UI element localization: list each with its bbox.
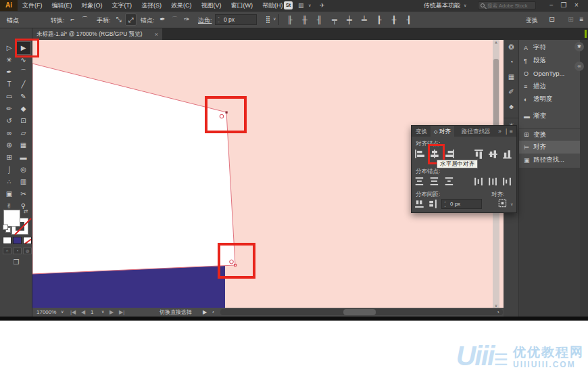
- none-button[interactable]: [23, 237, 32, 244]
- type-tool[interactable]: T: [2, 78, 16, 91]
- draw-normal-icon[interactable]: ○: [3, 248, 11, 254]
- scale-tool[interactable]: ⊡: [16, 115, 30, 127]
- flyout-item-1[interactable]: ¶ 段落: [519, 54, 580, 67]
- zoom-level[interactable]: 17000%: [36, 308, 56, 317]
- grid-icon[interactable]: ⊞: [565, 14, 577, 26]
- symbol-sprayer-tool[interactable]: ∴: [2, 176, 16, 188]
- color-button[interactable]: [3, 237, 11, 244]
- align-bottom-button[interactable]: [502, 149, 513, 159]
- align-top-button[interactable]: [474, 149, 485, 159]
- menu-item-4[interactable]: 选择(S): [137, 0, 166, 11]
- restore-button[interactable]: ❐: [558, 0, 569, 11]
- align-right-icon[interactable]: ╢: [312, 14, 327, 26]
- stepper-arrows-icon[interactable]: ⌃⌄: [216, 17, 222, 22]
- align-right-button[interactable]: [444, 149, 455, 159]
- chevron-down-icon[interactable]: ∨: [273, 16, 276, 21]
- corner-link[interactable]: 边角:: [198, 16, 212, 25]
- menu-item-1[interactable]: 编辑(E): [47, 0, 77, 11]
- flyout-item-0[interactable]: A 字符: [519, 41, 580, 54]
- align-h-center-icon[interactable]: ╫: [297, 14, 312, 26]
- arrange-documents-icon[interactable]: ▥: [298, 0, 304, 11]
- scroll-up-icon[interactable]: ∧: [493, 40, 499, 45]
- hide-handles-icon[interactable]: ⤢: [125, 14, 137, 26]
- vertical-distribute-center-button[interactable]: [429, 177, 440, 187]
- slice-tool[interactable]: ✂: [16, 188, 30, 200]
- search-input[interactable]: [487, 3, 535, 9]
- eyedropper-tool[interactable]: ⌡: [2, 164, 16, 176]
- flyout-item-6[interactable]: ⊞ 变换: [519, 128, 580, 141]
- remove-anchor-icon[interactable]: ✑: [181, 14, 193, 26]
- menu-item-3[interactable]: 文字(T): [107, 0, 137, 11]
- menu-item-6[interactable]: 视图(V): [197, 0, 226, 11]
- horizontal-scrollbar[interactable]: [220, 309, 503, 315]
- tab-pathfinder[interactable]: 路径查找器: [462, 126, 491, 137]
- scroll-down-icon[interactable]: ∨: [493, 303, 499, 308]
- default-swatch-front[interactable]: [3, 225, 8, 230]
- free-transform-tool[interactable]: ▱: [16, 127, 30, 139]
- perspective-grid-tool[interactable]: ▦: [16, 139, 30, 152]
- symbols-panel-icon[interactable]: ♣: [504, 99, 519, 114]
- mesh-tool[interactable]: ⊞: [2, 152, 16, 164]
- paintbrush-tool[interactable]: ✎: [16, 91, 30, 103]
- collapse-panel-icon[interactable]: »: [498, 126, 501, 137]
- brushes-panel-icon[interactable]: ✐: [504, 85, 519, 99]
- selection-tool[interactable]: ▷: [2, 42, 16, 54]
- width-tool[interactable]: ∞: [2, 127, 16, 139]
- align-left-icon[interactable]: ╟: [283, 14, 297, 26]
- flyout-item-3[interactable]: ≡ 描边: [519, 80, 580, 93]
- align-left-button[interactable]: [414, 149, 425, 159]
- shape-builder-tool[interactable]: ⊕: [2, 139, 16, 152]
- connect-anchors-icon[interactable]: ✒: [157, 14, 168, 26]
- select-similar-icon[interactable]: ⣿: [262, 14, 274, 26]
- distribute-right-icon[interactable]: ┨: [401, 14, 416, 26]
- menu-item-7[interactable]: 窗口(W): [226, 0, 258, 11]
- draw-inside-icon[interactable]: ◎: [23, 248, 32, 254]
- menu-item-5[interactable]: 效果(C): [166, 0, 197, 11]
- tab-align[interactable]: ◇ 对齐: [431, 126, 454, 137]
- adobe-stock-icon[interactable]: St: [284, 1, 293, 9]
- flyout-item-2[interactable]: O OpenTyp...: [519, 67, 580, 80]
- horizontal-distribute-right-button[interactable]: [502, 177, 513, 187]
- artboard-number[interactable]: 1: [91, 308, 93, 317]
- rotate-tool[interactable]: ↺: [2, 115, 16, 127]
- swatches-panel-icon[interactable]: ▦: [504, 70, 519, 85]
- blend-tool[interactable]: ◎: [16, 164, 30, 176]
- align-to-selection-icon[interactable]: [497, 198, 508, 208]
- color-panel-icon[interactable]: ❂: [504, 40, 519, 55]
- next-artboard-icon[interactable]: ▶: [109, 308, 114, 317]
- first-artboard-icon[interactable]: |◀: [70, 308, 76, 317]
- distribute-left-icon[interactable]: ┠: [372, 14, 387, 26]
- gradient-button[interactable]: [13, 237, 22, 244]
- tab-transform[interactable]: 变换: [416, 126, 427, 137]
- artboard-chevron-icon[interactable]: ∨: [101, 308, 104, 317]
- flyout-item-5[interactable]: ▬ 渐变: [519, 110, 580, 122]
- minimize-button[interactable]: −: [546, 0, 557, 11]
- show-handles-icon[interactable]: ⤡: [113, 14, 124, 26]
- align-v-center-icon[interactable]: ╪: [342, 14, 357, 26]
- scroll-right-icon[interactable]: ›: [497, 308, 499, 317]
- draw-behind-icon[interactable]: ◔: [13, 248, 22, 254]
- convert-to-corner-icon[interactable]: ⌐: [67, 14, 78, 26]
- bridge-icon[interactable]: ▦: [268, 0, 274, 11]
- panel-menu-icon[interactable]: ≡: [576, 14, 587, 26]
- horizontal-distribute-space-button[interactable]: [428, 199, 439, 209]
- share-icon[interactable]: ✈: [320, 0, 325, 11]
- stepper-arrows-icon[interactable]: ⌃⌄: [442, 202, 448, 207]
- horizontal-distribute-left-button[interactable]: [474, 177, 485, 187]
- flyout-item-7[interactable]: ⊨ 对齐: [519, 141, 580, 154]
- search-box[interactable]: [478, 1, 536, 9]
- menu-item-2[interactable]: 对象(O): [77, 0, 107, 11]
- convert-to-smooth-icon[interactable]: ⌒: [79, 14, 91, 26]
- vertical-distribute-space-button[interactable]: [414, 199, 425, 209]
- vertical-distribute-bottom-button[interactable]: [444, 177, 455, 187]
- close-tab-icon[interactable]: ×: [155, 31, 158, 38]
- cut-path-icon[interactable]: ⌒: [169, 14, 180, 26]
- last-artboard-icon[interactable]: ▶|: [119, 308, 124, 317]
- scroll-left-icon[interactable]: ‹: [212, 308, 214, 317]
- distribute-center-icon[interactable]: ╂: [387, 14, 401, 26]
- menu-item-0[interactable]: 文件(F): [18, 0, 47, 11]
- chevron-down-icon[interactable]: ∨: [464, 0, 466, 11]
- align-bottom-icon[interactable]: ╧: [357, 14, 372, 26]
- isolate-icon[interactable]: ⊡: [546, 14, 558, 26]
- screen-mode-icon[interactable]: ❐: [10, 258, 22, 268]
